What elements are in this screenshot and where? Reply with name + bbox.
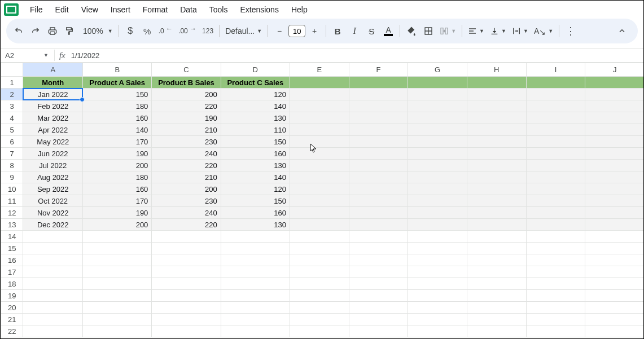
- cell[interactable]: Product B Sales: [152, 77, 221, 89]
- toolbar-more-button[interactable]: ⋮: [563, 23, 579, 39]
- cell[interactable]: May 2022: [23, 136, 83, 148]
- cell[interactable]: [152, 302, 221, 314]
- cell[interactable]: [467, 100, 526, 112]
- strikethrough-button[interactable]: S: [363, 23, 379, 39]
- column-header-C[interactable]: C: [152, 63, 221, 77]
- cell[interactable]: [585, 112, 644, 124]
- row-header[interactable]: 20: [1, 302, 23, 314]
- row-header[interactable]: 18: [1, 278, 23, 290]
- name-box[interactable]: [4, 51, 43, 60]
- cell[interactable]: [408, 77, 467, 89]
- cell[interactable]: [290, 254, 349, 266]
- cell[interactable]: [526, 278, 585, 290]
- cell[interactable]: [83, 266, 152, 278]
- cell[interactable]: [349, 112, 408, 124]
- decrease-decimal-button[interactable]: .0 ←: [156, 23, 175, 39]
- cell[interactable]: [526, 219, 585, 231]
- cell[interactable]: 180: [83, 171, 152, 183]
- cell[interactable]: [408, 160, 467, 171]
- cell[interactable]: Dec 2022: [23, 219, 83, 231]
- cell[interactable]: [290, 290, 349, 302]
- cell[interactable]: Jul 2022: [23, 160, 83, 171]
- cell[interactable]: 110: [221, 124, 290, 136]
- zoom-dropdown[interactable]: 100% ▼: [78, 23, 115, 39]
- cell[interactable]: [585, 290, 644, 302]
- cell[interactable]: [585, 77, 644, 89]
- cell[interactable]: [290, 77, 349, 89]
- row-header[interactable]: 11: [1, 195, 23, 207]
- cell[interactable]: [408, 314, 467, 325]
- cell[interactable]: 210: [152, 124, 221, 136]
- cell[interactable]: [467, 148, 526, 160]
- cell[interactable]: [349, 77, 408, 89]
- cell[interactable]: [152, 325, 221, 337]
- cell[interactable]: 130: [221, 219, 290, 231]
- cell[interactable]: [221, 278, 290, 290]
- cell[interactable]: 160: [221, 207, 290, 219]
- cell[interactable]: [467, 77, 526, 89]
- cell[interactable]: [349, 290, 408, 302]
- cell[interactable]: [408, 207, 467, 219]
- row-header[interactable]: 21: [1, 314, 23, 325]
- cell[interactable]: 170: [83, 136, 152, 148]
- cell[interactable]: [23, 302, 83, 314]
- cell[interactable]: [585, 160, 644, 171]
- cell[interactable]: 200: [83, 160, 152, 171]
- cell[interactable]: [23, 325, 83, 337]
- font-family-dropdown[interactable]: Defaul... ▼: [223, 27, 264, 36]
- cell[interactable]: [467, 243, 526, 254]
- cell[interactable]: [290, 266, 349, 278]
- cell[interactable]: [467, 112, 526, 124]
- cell[interactable]: 140: [83, 124, 152, 136]
- cell[interactable]: [526, 100, 585, 112]
- cell[interactable]: 240: [152, 148, 221, 160]
- cell[interactable]: [526, 302, 585, 314]
- cell[interactable]: [349, 243, 408, 254]
- row-header[interactable]: 22: [1, 325, 23, 337]
- cell[interactable]: [467, 325, 526, 337]
- cell[interactable]: [349, 314, 408, 325]
- row-header[interactable]: 17: [1, 266, 23, 278]
- cell[interactable]: [23, 290, 83, 302]
- cell[interactable]: [152, 231, 221, 243]
- cell[interactable]: Nov 2022: [23, 207, 83, 219]
- cell[interactable]: [585, 195, 644, 207]
- row-header[interactable]: 9: [1, 171, 23, 183]
- cell[interactable]: [349, 160, 408, 171]
- cell[interactable]: 220: [152, 160, 221, 171]
- cell[interactable]: [585, 219, 644, 231]
- cell[interactable]: 160: [83, 112, 152, 124]
- cell[interactable]: 210: [152, 171, 221, 183]
- more-formats-button[interactable]: 123: [200, 23, 216, 39]
- cell[interactable]: 230: [152, 195, 221, 207]
- cell[interactable]: [83, 243, 152, 254]
- vertical-align-button[interactable]: ▼: [488, 23, 509, 39]
- row-header[interactable]: 1: [1, 77, 23, 89]
- text-color-button[interactable]: A: [380, 23, 396, 39]
- cell[interactable]: [221, 302, 290, 314]
- cell[interactable]: [585, 171, 644, 183]
- column-header-E[interactable]: E: [290, 63, 349, 77]
- column-header-H[interactable]: H: [467, 63, 526, 77]
- cell[interactable]: [290, 112, 349, 124]
- cell[interactable]: [408, 100, 467, 112]
- cell[interactable]: [408, 219, 467, 231]
- row-header[interactable]: 16: [1, 254, 23, 266]
- cell[interactable]: [408, 89, 467, 100]
- cell[interactable]: [221, 290, 290, 302]
- cell[interactable]: [585, 100, 644, 112]
- text-rotation-button[interactable]: A↘ ▼: [532, 23, 555, 39]
- formula-input[interactable]: 1/1/2022: [71, 51, 100, 60]
- cell[interactable]: [152, 243, 221, 254]
- cell[interactable]: [467, 219, 526, 231]
- cell[interactable]: 220: [152, 100, 221, 112]
- cell[interactable]: [585, 148, 644, 160]
- cell[interactable]: Month: [23, 77, 83, 89]
- cell[interactable]: 240: [152, 207, 221, 219]
- cell[interactable]: [408, 254, 467, 266]
- column-header-D[interactable]: D: [221, 63, 290, 77]
- cell[interactable]: [585, 231, 644, 243]
- cell[interactable]: [585, 89, 644, 100]
- cell[interactable]: [83, 278, 152, 290]
- cell[interactable]: [23, 314, 83, 325]
